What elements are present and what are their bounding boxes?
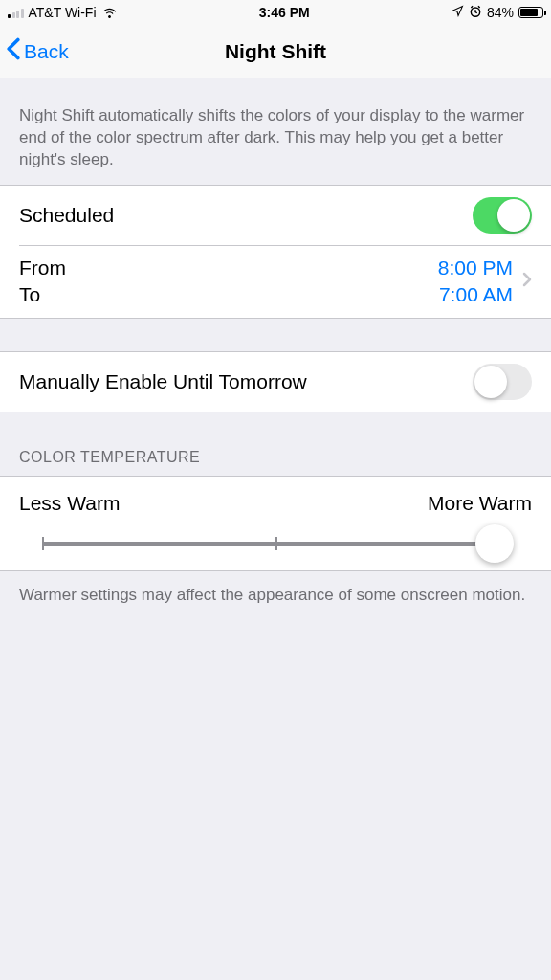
status-bar: AT&T Wi-Fi 3:46 PM 84%: [0, 0, 551, 25]
scheduled-group: Scheduled From To 8:00 PM 7:00 AM: [0, 185, 551, 319]
chevron-right-icon: [522, 272, 532, 291]
manual-enable-label: Manually Enable Until Tomorrow: [19, 370, 473, 393]
to-time: 7:00 AM: [439, 283, 513, 306]
chevron-left-icon: [6, 37, 21, 65]
scheduled-toggle[interactable]: [473, 197, 532, 234]
manual-enable-toggle[interactable]: [473, 364, 532, 400]
scheduled-row: Scheduled: [0, 186, 551, 245]
scheduled-label: Scheduled: [19, 204, 473, 227]
description-text: Night Shift automatically shifts the col…: [0, 78, 551, 185]
to-label: To: [19, 283, 66, 306]
manual-enable-row: Manually Enable Until Tomorrow: [0, 352, 551, 412]
color-temperature-group: Less Warm More Warm: [0, 476, 551, 571]
less-warm-label: Less Warm: [19, 492, 120, 515]
manual-enable-group: Manually Enable Until Tomorrow: [0, 351, 551, 412]
color-temperature-slider[interactable]: [42, 542, 509, 546]
status-time: 3:46 PM: [259, 5, 310, 20]
status-right: 84%: [452, 5, 543, 21]
nav-bar: Back Night Shift: [0, 25, 551, 78]
footer-note: Warmer settings may affect the appearanc…: [0, 571, 551, 620]
battery-percent: 84%: [487, 5, 514, 20]
slider-thumb[interactable]: [475, 524, 514, 563]
schedule-time-row[interactable]: From To 8:00 PM 7:00 AM: [0, 245, 551, 318]
page-title: Night Shift: [225, 40, 326, 63]
carrier-label: AT&T Wi-Fi: [29, 5, 97, 20]
from-time: 8:00 PM: [438, 256, 513, 279]
more-warm-label: More Warm: [428, 492, 532, 515]
location-icon: [452, 5, 464, 20]
status-left: AT&T Wi-Fi: [8, 5, 118, 20]
color-temperature-header: COLOR TEMPERATURE: [0, 412, 551, 476]
color-temperature-row: Less Warm More Warm: [0, 477, 551, 570]
cellular-signal-icon: [8, 7, 24, 18]
back-button[interactable]: Back: [6, 25, 69, 78]
alarm-icon: [469, 5, 482, 21]
battery-icon: [518, 7, 543, 18]
from-label: From: [19, 256, 66, 279]
wifi-icon: [101, 7, 118, 19]
back-label: Back: [24, 40, 69, 63]
